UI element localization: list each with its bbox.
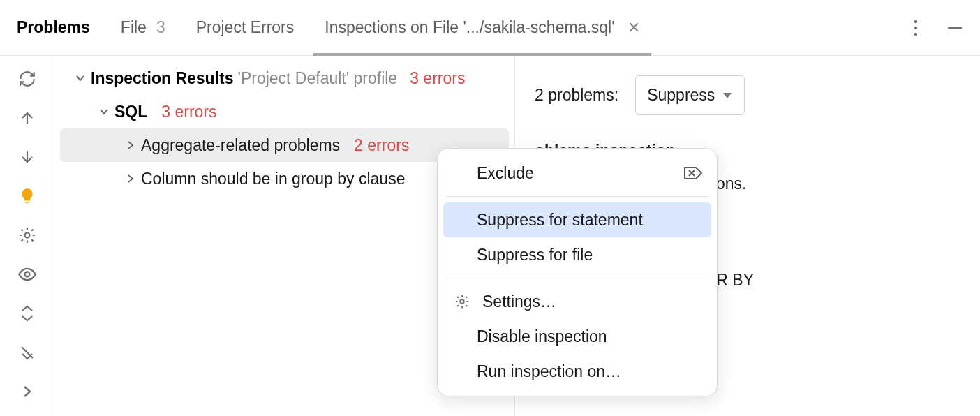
suppress-button[interactable]: Suppress — [635, 75, 745, 115]
sql-error-count: 3 errors — [161, 103, 216, 121]
menu-suppress-file[interactable]: Suppress for file — [438, 237, 717, 272]
svg-point-5 — [24, 272, 29, 277]
tabs-left: Problems File 3 Project Errors Inspectio… — [13, 1, 903, 55]
tab-file[interactable]: File 3 — [117, 1, 170, 55]
refresh-icon[interactable] — [14, 66, 40, 92]
menu-suppress-statement-label: Suppress for statement — [452, 211, 703, 230]
menu-separator — [446, 196, 708, 197]
chevron-down-icon — [722, 91, 733, 101]
svg-point-2 — [914, 32, 917, 35]
menu-suppress-statement[interactable]: Suppress for statement — [443, 202, 711, 237]
sql-label: SQL — [114, 103, 147, 121]
menu-disable-label: Disable inspection — [452, 327, 703, 346]
menu-run-label: Run inspection on… — [452, 362, 703, 381]
tab-file-label: File — [121, 18, 147, 37]
tab-problems[interactable]: Problems — [13, 1, 94, 55]
tab-file-count: 3 — [156, 18, 165, 37]
chevron-down-icon — [74, 73, 87, 84]
exclude-tag-icon — [683, 165, 703, 181]
inspection-results-label: Inspection Results — [91, 69, 233, 88]
menu-disable-inspection[interactable]: Disable inspection — [438, 319, 717, 354]
minimize-icon[interactable] — [942, 15, 967, 40]
aggregate-label: Aggregate-related problems — [141, 136, 340, 155]
arrow-up-icon[interactable] — [14, 105, 40, 131]
expand-collapse-icon[interactable] — [14, 300, 40, 327]
svg-point-1 — [914, 26, 917, 29]
chevron-right-icon — [124, 174, 137, 184]
problems-count-label: 2 problems: — [535, 82, 618, 109]
suppress-button-label: Suppress — [647, 82, 715, 109]
menu-settings-label: Settings… — [482, 292, 703, 311]
chevron-right-icon[interactable] — [14, 378, 40, 405]
eye-icon[interactable] — [14, 261, 40, 288]
tab-inspections-label: Inspections on File '.../sakila-schema.s… — [325, 18, 614, 37]
tab-project-errors-label: Project Errors — [196, 18, 295, 37]
more-icon[interactable] — [903, 15, 928, 40]
svg-point-6 — [460, 299, 464, 304]
tabs-right — [903, 15, 967, 40]
menu-exclude-label: Exclude — [452, 164, 674, 183]
close-icon[interactable]: ✕ — [628, 19, 640, 37]
menu-separator — [446, 278, 708, 278]
gear-icon — [452, 294, 473, 309]
gear-icon[interactable] — [14, 222, 40, 248]
tab-inspections[interactable]: Inspections on File '.../sakila-schema.s… — [320, 1, 644, 55]
groupby-label: Column should be in group by clause — [141, 170, 405, 188]
context-menu: Exclude Suppress for statement Suppress … — [437, 148, 718, 396]
chevron-right-icon — [124, 140, 137, 150]
svg-point-0 — [914, 20, 917, 22]
svg-point-4 — [24, 233, 29, 238]
chevron-down-close-icon[interactable] — [14, 339, 40, 366]
tree-sql[interactable]: SQL 3 errors — [54, 95, 514, 128]
tabs-bar: Problems File 3 Project Errors Inspectio… — [0, 0, 980, 56]
menu-exclude[interactable]: Exclude — [438, 156, 717, 191]
menu-suppress-file-label: Suppress for file — [452, 246, 703, 265]
root-error-count: 3 errors — [410, 69, 465, 88]
aggregate-error-count: 2 errors — [354, 136, 409, 155]
side-toolbar — [0, 56, 54, 416]
tree-root[interactable]: Inspection Results 'Project Default' pro… — [54, 61, 514, 95]
chevron-down-icon — [98, 106, 110, 117]
arrow-down-icon[interactable] — [14, 144, 40, 170]
bulb-icon[interactable] — [14, 183, 40, 209]
menu-settings[interactable]: Settings… — [438, 284, 717, 319]
detail-header: 2 problems: Suppress — [535, 75, 959, 115]
tab-project-errors[interactable]: Project Errors — [192, 1, 299, 55]
tab-problems-label: Problems — [17, 18, 90, 37]
profile-label: 'Project Default' profile — [237, 69, 397, 88]
menu-run-inspection[interactable]: Run inspection on… — [438, 354, 717, 389]
